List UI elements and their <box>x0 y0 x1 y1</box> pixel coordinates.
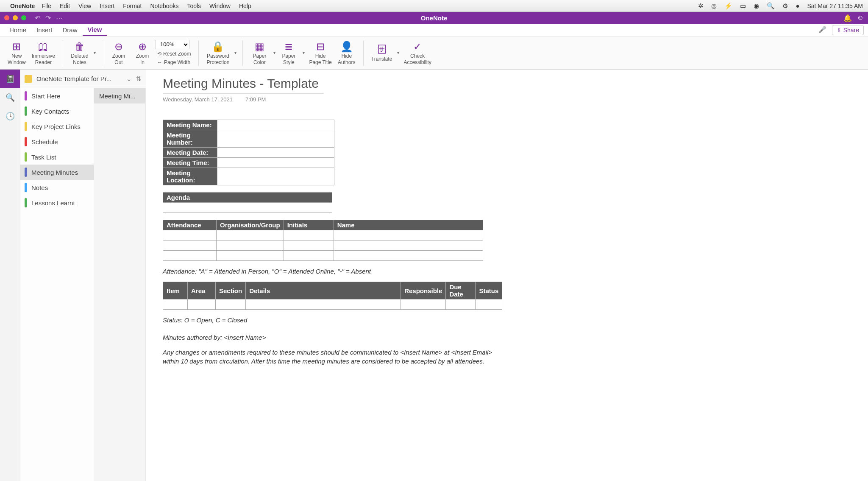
more-icon[interactable]: ⋯ <box>56 14 63 22</box>
sort-icon[interactable]: ⇅ <box>136 75 142 83</box>
section-start-here[interactable]: Start Here <box>20 88 94 103</box>
cell-meeting-number[interactable]: Meeting Number: <box>163 130 217 148</box>
search-icon[interactable]: 🔍 <box>767 2 775 10</box>
cell-value[interactable] <box>217 148 334 158</box>
attendance-legend[interactable]: Attendance: "A" = Attended in Person, "O… <box>163 268 506 275</box>
menu-insert[interactable]: Insert <box>100 3 114 9</box>
cell[interactable] <box>217 251 284 261</box>
cell[interactable] <box>163 240 217 251</box>
att-header[interactable]: Name <box>334 220 483 230</box>
items-header[interactable]: Due Date <box>446 282 476 299</box>
cell[interactable] <box>284 230 334 240</box>
section-meeting-minutes[interactable]: Meeting Minutes <box>20 165 94 180</box>
notebook-header[interactable]: OneNote Template for Pr... ⌄ ⇅ <box>20 70 146 88</box>
tab-home[interactable]: Home <box>4 25 31 35</box>
menu-file[interactable]: File <box>42 3 51 9</box>
menu-view[interactable]: View <box>78 3 91 9</box>
cell[interactable] <box>217 230 284 240</box>
hide-authors-button[interactable]: 👤 Hide Authors <box>336 39 357 66</box>
new-window-button[interactable]: ⊞ New Window <box>6 39 28 66</box>
cell[interactable] <box>163 230 217 240</box>
reset-zoom-button[interactable]: ⟲ Reset Zoom <box>156 50 192 58</box>
paper-color-dropdown[interactable]: ▾ <box>273 50 275 55</box>
menu-tools[interactable]: Tools <box>187 3 201 9</box>
cell[interactable] <box>216 299 246 310</box>
paper-style-button[interactable]: ≣ Paper Style <box>278 39 299 66</box>
items-header[interactable]: Details <box>246 282 401 299</box>
section-key-project-links[interactable]: Key Project Links <box>20 119 94 134</box>
zoom-in-button[interactable]: ⊕ Zoom In <box>132 39 153 66</box>
cell[interactable] <box>284 251 334 261</box>
cell-value[interactable] <box>217 130 334 148</box>
zoom-select[interactable]: 100% <box>156 40 189 49</box>
section-task-list[interactable]: Task List <box>20 149 94 165</box>
password-dropdown[interactable]: ▾ <box>234 50 236 55</box>
tab-draw[interactable]: Draw <box>58 25 83 35</box>
menu-edit[interactable]: Edit <box>60 3 70 9</box>
cell[interactable] <box>334 240 483 251</box>
cell[interactable] <box>163 251 217 261</box>
minimize-button[interactable] <box>13 15 18 20</box>
cell[interactable] <box>284 240 334 251</box>
cell[interactable] <box>246 299 401 310</box>
cell[interactable] <box>163 299 188 310</box>
section-notes[interactable]: Notes <box>20 180 94 195</box>
translate-dropdown[interactable]: ▾ <box>397 50 399 55</box>
page-time[interactable]: 7:09 PM <box>245 96 266 103</box>
paper-style-dropdown[interactable]: ▾ <box>303 50 305 55</box>
items-header[interactable]: Responsible <box>401 282 446 299</box>
password-button[interactable]: 🔒 Password Protection <box>205 39 231 66</box>
disclaimer[interactable]: Any changes or amendments required to th… <box>163 348 506 366</box>
items-header[interactable]: Item <box>163 282 188 299</box>
cell[interactable] <box>334 230 483 240</box>
menu-format[interactable]: Format <box>123 3 142 9</box>
hide-title-button[interactable]: ⊟ Hide Page Title <box>307 39 333 66</box>
att-header[interactable]: Attendance <box>163 220 217 230</box>
cell[interactable] <box>476 299 502 310</box>
section-key-contacts[interactable]: Key Contacts <box>20 103 94 119</box>
cell-meeting-name[interactable]: Meeting Name: <box>163 120 217 130</box>
deleted-dropdown[interactable]: ▾ <box>94 50 96 55</box>
translate-button[interactable]: 🈂 Translate <box>370 42 394 63</box>
close-button[interactable] <box>4 15 9 20</box>
menu-help[interactable]: Help <box>239 3 251 9</box>
items-table[interactable]: Item Area Section Details Responsible Du… <box>163 282 502 310</box>
tab-insert[interactable]: Insert <box>31 25 58 35</box>
cell-meeting-date[interactable]: Meeting Date: <box>163 148 217 158</box>
wifi-icon[interactable]: ◉ <box>754 2 759 10</box>
status-icon-1[interactable]: ✲ <box>698 2 704 10</box>
meeting-info-table[interactable]: Meeting Name: Meeting Number: Meeting Da… <box>163 120 334 185</box>
cell[interactable] <box>446 299 476 310</box>
recent-button[interactable]: 🕓 <box>0 107 20 126</box>
share-button[interactable]: ⇪ Share <box>832 25 864 35</box>
app-name[interactable]: OneNote <box>10 3 35 9</box>
items-header[interactable]: Status <box>476 282 502 299</box>
authored-by[interactable]: Minutes authored by: <Insert Name> <box>163 334 506 341</box>
siri-icon[interactable]: ● <box>796 2 799 9</box>
battery-icon[interactable]: ▭ <box>740 2 746 10</box>
cell[interactable] <box>334 251 483 261</box>
maximize-button[interactable] <box>21 15 26 20</box>
bell-icon[interactable]: 🔔 <box>843 14 852 22</box>
zoom-out-button[interactable]: ⊖ Zoom Out <box>108 39 129 66</box>
accessibility-button[interactable]: ✓ Check Accessibility <box>402 39 433 66</box>
page-meeting-minutes[interactable]: Meeting Mi... <box>94 88 145 103</box>
immersive-reader-button[interactable]: 🕮 Immersive Reader <box>30 39 57 66</box>
att-header[interactable]: Initials <box>284 220 334 230</box>
datetime[interactable]: Sat Mar 27 11:35 AM <box>807 3 863 9</box>
status-icon-2[interactable]: ◎ <box>711 2 717 10</box>
paper-color-button[interactable]: ▦ Paper Color <box>249 39 270 66</box>
cell-meeting-time[interactable]: Meeting Time: <box>163 158 217 168</box>
notebook-dropdown-icon[interactable]: ⌄ <box>126 75 132 83</box>
agenda-header[interactable]: Agenda <box>163 193 332 203</box>
cell-value[interactable] <box>217 168 334 185</box>
bluetooth-icon[interactable]: ⚡ <box>724 2 732 10</box>
page-content[interactable]: Meeting Minutes - Template Wednesday, Ma… <box>146 70 523 481</box>
deleted-notes-button[interactable]: 🗑 Deleted Notes <box>69 39 90 66</box>
items-header[interactable]: Section <box>216 282 246 299</box>
notebooks-icon[interactable]: 📓 <box>0 70 20 88</box>
agenda-table[interactable]: Agenda <box>163 192 332 213</box>
status-legend[interactable]: Status: O = Open, C = Closed <box>163 316 506 324</box>
menu-notebooks[interactable]: Notebooks <box>150 3 178 9</box>
attendance-table[interactable]: Attendance Organisation/Group Initials N… <box>163 220 483 261</box>
